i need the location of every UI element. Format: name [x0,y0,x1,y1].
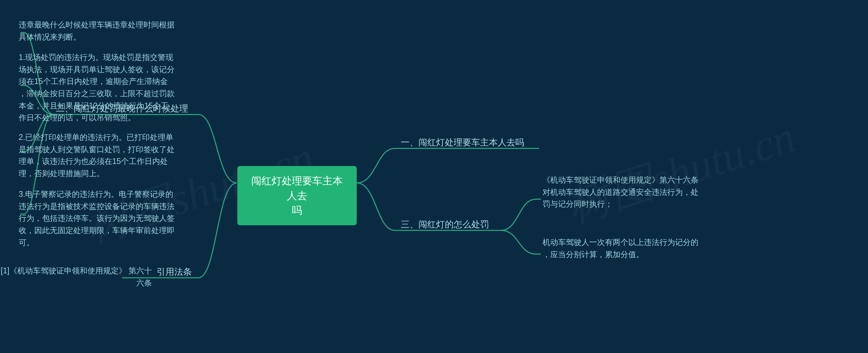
watermark-2: 树图shutu.cn [559,107,803,237]
root-label: 闯红灯处理要车主本人去吗 [251,175,343,216]
branch-4[interactable]: 引用法条 [157,265,192,279]
branch-3-leaf-2[interactable]: 机动车驾驶人一次有两个以上违法行为记分的，应当分别计算，累加分值。 [542,236,719,261]
branch-4-leaf[interactable]: [1]《机动车驾驶证申领和使用规定》 第六十六条 [0,265,152,289]
branch-2-leaf-1[interactable]: 违章最晚什么时候处理车辆违章处理时间根据具体情况来判断。 [19,19,185,43]
branch-3[interactable]: 三、闯红灯的怎么处罚 [401,217,489,232]
branch-2-leaf-4[interactable]: 3.电子警察记录的违法行为。电子警察记录的违法行为是指被技术监控设备记录的车辆违… [19,188,185,249]
root-node[interactable]: 闯红灯处理要车主本人去吗 [237,166,357,225]
mindmap-canvas: 树图shutu.cn 树图shutu.cn 闯红灯处理要车主 [0,0,868,353]
branch-2-leaf-3[interactable]: 2.已经打印处理单的违法行为。已打印处理单是指驾驶人到交警队窗口处罚，打印签收了… [19,131,185,180]
branch-2-leaf-2[interactable]: 1.现场处罚的违法行为。现场处罚是指交警现场执法，现场开具罚单让驾驶人签收，该记… [19,51,185,124]
branch-3-leaf-1[interactable]: 《机动车驾驶证申领和使用规定》第六十六条对机动车驾驶人的道路交通安全违法行为，处… [542,174,719,210]
branch-1[interactable]: 一、闯红灯处理要车主本人去吗 [401,136,524,150]
